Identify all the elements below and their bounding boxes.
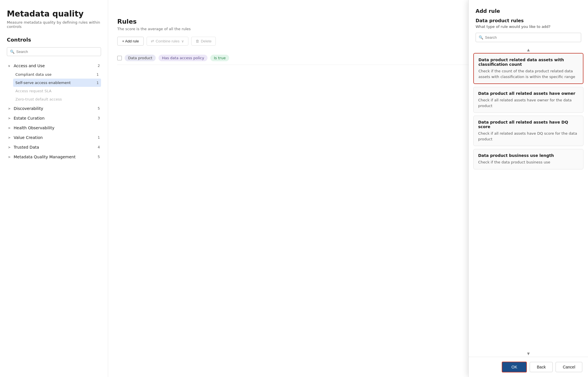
delete-button[interactable]: 🗑 Delete — [191, 37, 216, 46]
chevron-right-icon: > — [8, 107, 12, 110]
rule-cards-list: Data product related data assets with cl… — [472, 53, 585, 351]
chevron-right-icon: > — [8, 136, 12, 140]
rule-card-desc: Check if the data product business use — [478, 159, 579, 165]
rule-card-business-use-length[interactable]: Data product business use length Check i… — [473, 149, 583, 169]
controls-search-input[interactable] — [16, 50, 98, 54]
rule-card-title: Data product all related assets have DQ … — [478, 120, 579, 129]
nav-item-label: Access request SLA — [15, 89, 52, 93]
rule-checkbox[interactable] — [117, 56, 122, 60]
page-subtitle: Measure metadata quality by defining rul… — [7, 20, 101, 29]
back-button[interactable]: Back — [530, 362, 553, 372]
rule-card-desc: Check if all related assets have owner f… — [478, 97, 579, 108]
nav-section-label-access: Access and Use — [14, 63, 45, 68]
nav-section-trusted-data: > Trusted Data 4 — [7, 143, 101, 152]
rule-card-classification-count[interactable]: Data product related data assets with cl… — [473, 53, 583, 84]
panel-search-input[interactable] — [485, 35, 578, 40]
rule-card-title: Data product all related assets have own… — [478, 91, 579, 96]
nav-section-header-estate[interactable]: > Estate Curation 3 — [7, 114, 101, 123]
nav-section-label-health: Health Observability — [14, 126, 54, 130]
cancel-button[interactable]: Cancel — [556, 362, 582, 372]
nav-item-label: Self-serve access enablement — [15, 81, 71, 85]
left-panel: Metadata quality Measure metadata qualit… — [0, 0, 108, 377]
combine-rules-button[interactable]: ⇄ Combine rules ∨ — [147, 37, 188, 46]
scroll-down-icon[interactable]: ▼ — [472, 351, 585, 357]
nav-section-label-discoverability: Discoverability — [14, 106, 43, 111]
nav-badge-metadata: 5 — [98, 155, 100, 159]
delete-icon: 🗑 — [196, 39, 199, 43]
chevron-right-icon: > — [8, 155, 12, 159]
combine-rules-chevron-icon: ∨ — [181, 39, 184, 43]
nav-section-access-and-use: ∨ Access and Use 2 Compliant data use 1 … — [7, 61, 101, 103]
nav-section-label-trusted: Trusted Data — [14, 145, 39, 149]
panel-scroll-area: ▲ Data product related data assets with … — [469, 47, 588, 357]
nav-section-header-health[interactable]: > Health Observability — [7, 123, 101, 132]
add-rule-panel: Add rule Data product rules What type of… — [468, 0, 588, 377]
nav-section-estate-curation: > Estate Curation 3 — [7, 114, 101, 123]
scroll-up-icon[interactable]: ▲ — [472, 47, 585, 53]
ok-button[interactable]: OK — [502, 362, 527, 372]
panel-title: Add rule — [476, 8, 581, 14]
nav-children-access: Compliant data use 1 Self-serve access e… — [7, 70, 101, 103]
chevron-right-icon: > — [8, 146, 12, 149]
nav-section-health: > Health Observability — [7, 123, 101, 132]
tag-data-product: Data product — [125, 55, 156, 61]
nav-section-label-value: Value Creation — [14, 135, 43, 140]
nav-badge-value: 1 — [98, 136, 100, 140]
rule-card-all-assets-owner[interactable]: Data product all related assets have own… — [473, 87, 583, 113]
add-rule-button[interactable]: + Add rule — [117, 37, 144, 46]
delete-label: Delete — [201, 39, 212, 43]
search-icon: 🔍 — [479, 35, 483, 40]
panel-subtitle: Data product rules — [476, 18, 581, 23]
combine-rules-icon: ⇄ — [151, 39, 154, 43]
nav-badge-estate: 3 — [98, 116, 100, 120]
nav-item-label: Compliant data use — [15, 72, 52, 77]
nav-section-label-estate: Estate Curation — [14, 116, 45, 120]
tag-is-true: Is true — [210, 55, 229, 61]
nav-badge: 1 — [96, 73, 99, 77]
rule-card-title: Data product related data assets with cl… — [478, 58, 578, 67]
nav-item-access-request-sla: Access request SLA — [13, 87, 101, 95]
nav-item-label: Zero-trust default access — [15, 97, 62, 101]
nav-badge-trusted: 4 — [98, 145, 100, 149]
rule-card-desc: Check if all related assets have DQ scor… — [478, 131, 579, 142]
chevron-down-icon: ∨ — [8, 64, 12, 68]
nav-section-header-trusted[interactable]: > Trusted Data 4 — [7, 143, 101, 152]
chevron-right-icon: > — [8, 126, 12, 130]
nav-section-discoverability: > Discoverability 5 — [7, 104, 101, 113]
panel-header: Add rule Data product rules What type of… — [469, 0, 588, 47]
combine-rules-label: Combine rules — [156, 39, 180, 43]
rule-card-all-assets-dq[interactable]: Data product all related assets have DQ … — [473, 116, 583, 146]
nav-badge-discoverability: 5 — [98, 106, 100, 110]
nav-item-compliant-data-use[interactable]: Compliant data use 1 — [13, 70, 101, 79]
nav-badge: 1 — [96, 81, 99, 85]
rule-card-title: Data product business use length — [478, 153, 579, 158]
tag-has-data-access-policy: Has data access policy — [159, 55, 207, 61]
add-rule-label: + Add rule — [122, 39, 139, 43]
nav-section-metadata-quality: > Metadata Quality Management 5 — [7, 152, 101, 161]
controls-search-box[interactable]: 🔍 — [7, 47, 101, 56]
nav-badge-access: 2 — [98, 64, 100, 68]
nav-section-header-discoverability[interactable]: > Discoverability 5 — [7, 104, 101, 113]
panel-footer: OK Back Cancel — [469, 357, 588, 377]
search-icon: 🔍 — [10, 50, 15, 54]
nav-item-zero-trust: Zero-trust default access — [13, 95, 101, 103]
nav-section-label-metadata: Metadata Quality Management — [14, 155, 75, 159]
nav-section-header-access-and-use[interactable]: ∨ Access and Use 2 — [7, 61, 101, 70]
rule-card-desc: Check if the count of the data product r… — [478, 68, 578, 79]
nav-section-header-metadata[interactable]: > Metadata Quality Management 5 — [7, 152, 101, 161]
chevron-right-icon: > — [8, 116, 12, 120]
nav-item-self-serve[interactable]: Self-serve access enablement 1 — [13, 79, 101, 87]
nav-section-value-creation: > Value Creation 1 — [7, 133, 101, 142]
nav-section-header-value[interactable]: > Value Creation 1 — [7, 133, 101, 142]
panel-question: What type of rule would you like to add? — [476, 24, 581, 29]
panel-search-box[interactable]: 🔍 — [476, 33, 581, 42]
controls-heading: Controls — [7, 37, 101, 43]
page-title: Metadata quality — [7, 9, 101, 19]
